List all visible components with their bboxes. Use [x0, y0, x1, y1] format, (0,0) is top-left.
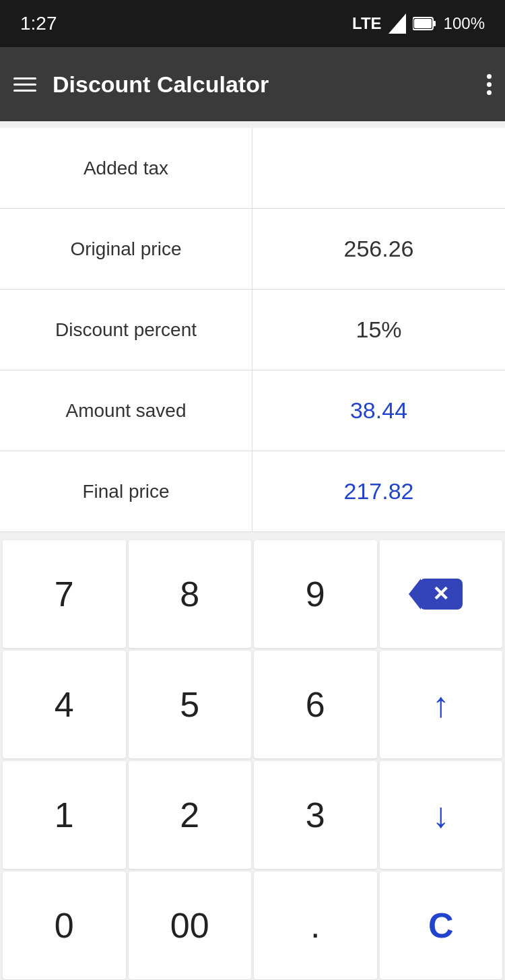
key-00[interactable]: 00	[129, 872, 252, 979]
key-decimal[interactable]: .	[254, 872, 377, 979]
original-price-value: 256.26	[252, 209, 505, 289]
amount-saved-label: Amount saved	[0, 370, 252, 451]
lte-label: LTE	[352, 14, 382, 33]
key-backspace[interactable]: ✕	[380, 540, 503, 648]
svg-rect-3	[414, 19, 432, 28]
status-time: 1:27	[20, 13, 57, 34]
discount-percent-row[interactable]: Discount percent 15%	[0, 290, 505, 370]
status-right-icons: LTE 100%	[352, 13, 485, 34]
key-0[interactable]: 0	[3, 872, 126, 979]
key-down[interactable]: ↓	[380, 761, 503, 869]
key-5[interactable]: 5	[129, 651, 252, 758]
key-7[interactable]: 7	[3, 540, 126, 648]
original-price-row[interactable]: Original price 256.26	[0, 209, 505, 290]
battery-percent: 100%	[444, 14, 485, 33]
calculator-display: Added tax Original price 256.26 Discount…	[0, 128, 505, 532]
discount-percent-value: 15%	[252, 290, 505, 370]
clear-icon: C	[428, 905, 454, 946]
battery-icon	[413, 16, 437, 31]
discount-percent-label: Discount percent	[0, 290, 252, 370]
key-4[interactable]: 4	[3, 651, 126, 758]
arrow-up-icon: ↑	[432, 684, 450, 725]
numpad: 7 8 9 ✕ 4 5 6 ↑ 1 2 3 ↓ 0 00 . C	[0, 537, 505, 980]
key-3[interactable]: 3	[254, 761, 377, 869]
app-title: Discount Calculator	[53, 71, 269, 98]
more-options-button[interactable]	[487, 74, 492, 95]
signal-icon	[389, 13, 406, 34]
toolbar: Discount Calculator	[0, 47, 505, 121]
final-price-row[interactable]: Final price 217.82	[0, 451, 505, 532]
final-price-label: Final price	[0, 451, 252, 531]
amount-saved-value: 38.44	[252, 370, 505, 451]
added-tax-label: Added tax	[0, 128, 252, 208]
key-8[interactable]: 8	[129, 540, 252, 648]
key-6[interactable]: 6	[254, 651, 377, 758]
svg-rect-2	[433, 21, 436, 26]
key-2[interactable]: 2	[129, 761, 252, 869]
key-1[interactable]: 1	[3, 761, 126, 869]
added-tax-row[interactable]: Added tax	[0, 128, 505, 209]
key-9[interactable]: 9	[254, 540, 377, 648]
status-bar: 1:27 LTE 100%	[0, 0, 505, 47]
backspace-icon: ✕	[419, 579, 463, 610]
arrow-down-icon: ↓	[432, 795, 450, 835]
final-price-value: 217.82	[252, 451, 505, 531]
original-price-label: Original price	[0, 209, 252, 289]
key-clear[interactable]: C	[380, 872, 503, 979]
key-up[interactable]: ↑	[380, 651, 503, 758]
toolbar-left: Discount Calculator	[13, 71, 269, 98]
menu-button[interactable]	[13, 77, 36, 92]
svg-marker-0	[389, 13, 406, 34]
amount-saved-row[interactable]: Amount saved 38.44	[0, 370, 505, 451]
added-tax-value	[252, 128, 505, 208]
